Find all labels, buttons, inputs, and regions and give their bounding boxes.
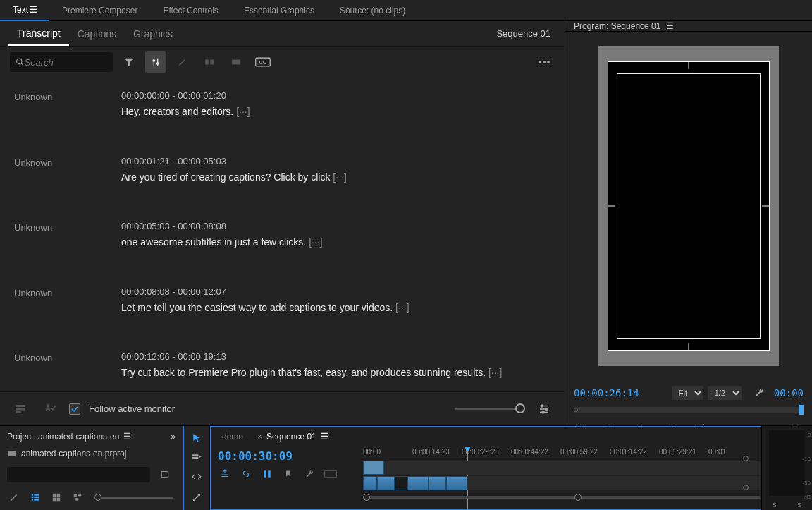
program-scrub-bar[interactable] (574, 407, 804, 413)
overflow-icon[interactable]: » (171, 432, 176, 442)
transcript-entry[interactable]: Unknown 00:00:12:06 - 00:00:19:13 Try cu… (14, 343, 550, 391)
marker-add-icon[interactable] (260, 467, 274, 481)
icon-view-icon[interactable] (49, 490, 63, 504)
subtab-transcript[interactable]: Transcript (8, 22, 69, 46)
project-panel: Project: animated-captions-en ☰ » animat… (0, 426, 183, 510)
marker-icon[interactable] (281, 467, 295, 481)
clip[interactable] (395, 476, 407, 490)
hamburger-icon[interactable]: ☰ (666, 21, 673, 31)
wrench-icon[interactable] (302, 467, 316, 481)
subtab-captions[interactable]: Captions (69, 23, 125, 45)
speaker-label: Unknown (14, 90, 121, 119)
program-monitor[interactable] (565, 32, 812, 380)
transcript-list[interactable]: Unknown 00:00:00:00 - 00:00:01:20 Hey, c… (0, 78, 565, 391)
wrench-icon[interactable] (749, 382, 770, 403)
transcript-toolbar: CC (0, 47, 565, 78)
snap-icon[interactable] (218, 467, 232, 481)
transcript-entry[interactable]: Unknown 00:00:08:08 - 00:00:12:07 Let me… (14, 278, 550, 344)
filter-icon[interactable] (118, 51, 140, 73)
project-file-row[interactable]: animated-captions-en.prproj (7, 447, 176, 461)
merge-icon[interactable] (226, 51, 247, 73)
clip[interactable] (377, 476, 395, 490)
resolution-select[interactable]: 1/2 (708, 386, 742, 400)
autoscroll-icon[interactable] (10, 399, 31, 420)
video-track[interactable] (363, 476, 761, 490)
pen-icon[interactable] (7, 490, 21, 504)
panel-tab-source[interactable]: Source: (no clips) (327, 0, 418, 21)
speaker-label: Unknown (14, 156, 121, 185)
timeline-tracks[interactable]: 00:00 00:00:14:23 00:00:29:23 00:00:44:2… (363, 447, 761, 509)
close-icon[interactable]: × (257, 432, 262, 442)
timeline-tab-sequence01[interactable]: × Sequence 01 ☰ (257, 432, 328, 442)
bottom-panels: Project: animated-captions-en ☰ » animat… (0, 425, 812, 510)
freeform-view-icon[interactable] (70, 490, 85, 504)
timeline-panel: demo × Sequence 01 ☰ 00:00:30:09 (210, 426, 761, 510)
video-frame (608, 61, 770, 351)
solo-right[interactable]: S (797, 502, 801, 509)
timecode-label: 00:00:00:00 - 00:00:01:20 (121, 90, 550, 101)
search-input-wrapper[interactable] (10, 52, 113, 72)
project-file-icon (7, 449, 17, 459)
project-search[interactable] (7, 467, 150, 482)
svg-point-5 (156, 63, 159, 65)
split-icon[interactable] (199, 51, 220, 73)
transcript-text[interactable]: Let me tell you the easiest way to add c… (121, 301, 550, 315)
clip[interactable] (429, 476, 446, 490)
track-options-icon[interactable] (735, 448, 756, 469)
transcript-text[interactable]: one awesome subtitles in just a few clic… (121, 236, 550, 250)
clip[interactable] (363, 461, 384, 475)
more-options-icon[interactable] (534, 51, 555, 73)
transcript-text[interactable]: Try cut back to Premiere Pro plugin that… (121, 366, 550, 380)
edit-pencil-icon[interactable] (172, 51, 193, 73)
transcript-text[interactable]: Are you tired of creating captions? Clic… (121, 171, 550, 185)
ripple-tool-icon[interactable] (187, 470, 206, 485)
hamburger-icon[interactable]: ☰ (123, 432, 131, 442)
transcript-entry[interactable]: Unknown 00:00:05:03 - 00:00:08:08 one aw… (14, 212, 550, 278)
timeline-zoom-scroll[interactable] (363, 493, 761, 502)
text-zoom-slider[interactable] (455, 408, 525, 410)
program-header: Program: Sequence 01 ☰ (565, 21, 812, 32)
cc-track-icon[interactable] (324, 467, 338, 481)
pen-tool-icon[interactable] (187, 490, 206, 505)
timeline-timecode[interactable]: 00:00:30:09 (218, 449, 356, 463)
clip[interactable] (363, 476, 377, 490)
transcript-entry[interactable]: Unknown 00:00:01:21 - 00:00:05:03 Are yo… (14, 147, 550, 213)
panel-tab-text[interactable]: Text☰ (0, 0, 49, 21)
track-options-icon[interactable] (735, 477, 756, 498)
transcript-entry[interactable]: Unknown 00:00:00:00 - 00:00:01:20 Hey, c… (14, 82, 550, 147)
panel-tab-effect-controls[interactable]: Effect Controls (150, 0, 230, 21)
preferences-icon[interactable] (534, 399, 555, 420)
zoom-fit-select[interactable]: Fit (672, 386, 703, 400)
timeline-ruler[interactable]: 00:00 00:00:14:23 00:00:29:23 00:00:44:2… (363, 447, 761, 459)
video-track[interactable] (363, 461, 761, 475)
pause-marker: [···] (236, 106, 250, 117)
program-timecode[interactable]: 00:00:26:14 (574, 387, 639, 399)
search-input[interactable] (25, 57, 107, 68)
svg-rect-14 (16, 405, 25, 407)
svg-rect-43 (57, 494, 61, 497)
timeline-tab-demo[interactable]: demo (222, 432, 243, 442)
linked-selection-icon[interactable] (239, 467, 253, 481)
subtab-graphics[interactable]: Graphics (125, 23, 181, 45)
panel-tab-premiere-composer[interactable]: Premiere Composer (49, 0, 150, 21)
svg-rect-7 (210, 60, 214, 65)
track-select-tool-icon[interactable] (187, 450, 206, 466)
transcript-text[interactable]: Hey, creators and editors. [···] (121, 105, 550, 119)
panel-tab-essential-graphics[interactable]: Essential Graphics (231, 0, 327, 21)
svg-rect-37 (34, 494, 39, 495)
follow-monitor-checkbox[interactable] (69, 403, 80, 415)
project-title: Project: animated-captions-en (7, 432, 119, 442)
cc-icon[interactable]: CC (252, 51, 273, 73)
clip[interactable] (407, 476, 429, 490)
svg-point-59 (744, 485, 749, 490)
bin-icon[interactable] (154, 463, 176, 485)
hamburger-icon[interactable]: ☰ (321, 432, 328, 442)
clip[interactable] (446, 476, 467, 490)
settings-sliders-icon[interactable] (145, 51, 166, 73)
spellcheck-icon[interactable] (39, 399, 61, 420)
selection-tool-icon[interactable] (187, 430, 206, 446)
list-view-icon[interactable] (28, 490, 42, 504)
hamburger-icon[interactable]: ☰ (30, 5, 37, 15)
svg-rect-45 (57, 498, 61, 502)
solo-left[interactable]: S (773, 502, 777, 509)
